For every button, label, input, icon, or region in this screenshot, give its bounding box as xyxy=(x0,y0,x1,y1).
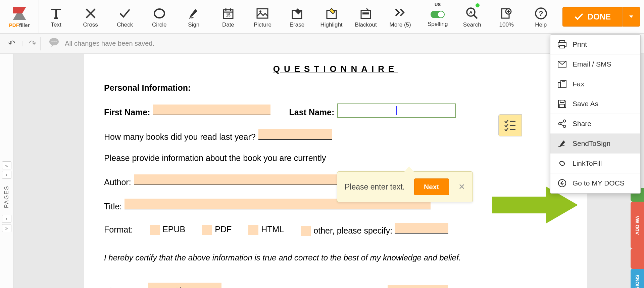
svg-point-17 xyxy=(54,41,55,42)
checkbox-html[interactable] xyxy=(248,225,258,235)
done-button[interactable]: DONE xyxy=(562,7,623,27)
rail-up-double[interactable]: « xyxy=(2,161,11,169)
last-name-field[interactable] xyxy=(337,104,456,118)
svg-text:A: A xyxy=(469,10,473,15)
books-field[interactable] xyxy=(258,129,332,140)
rail-down[interactable]: › xyxy=(2,215,11,223)
document-canvas[interactable]: QUESTIONNAIRE Personal Information: Firs… xyxy=(13,54,644,288)
cross-tool[interactable]: Cross xyxy=(73,0,108,33)
doc-title: QUESTIONNAIRE xyxy=(104,64,567,74)
checkbox-other[interactable] xyxy=(301,226,311,236)
app-logo[interactable]: PDFfiller xyxy=(0,0,39,33)
signature-field[interactable]: Signature xyxy=(148,283,222,288)
checklist-icon xyxy=(503,119,517,132)
save-icon xyxy=(557,99,567,108)
calendar-icon: 15 xyxy=(222,5,235,22)
email-icon xyxy=(557,60,567,69)
format-label: Format: xyxy=(104,225,133,235)
tab-versions[interactable]: RSIONS xyxy=(631,269,644,288)
search-tool[interactable]: A Search xyxy=(455,0,490,33)
date-tool[interactable]: 15 Date xyxy=(211,0,246,33)
fax-icon xyxy=(557,80,567,88)
erase-tool[interactable]: Erase xyxy=(280,0,314,33)
link-icon xyxy=(557,159,567,168)
checkbox-epub[interactable] xyxy=(150,225,160,235)
done-dropdown-menu: Print Email / SMS Fax Save As Share Send… xyxy=(550,34,641,194)
circle-tool[interactable]: Circle xyxy=(142,0,177,33)
zoom-tool[interactable]: 100% xyxy=(489,0,524,33)
date-label: Date: xyxy=(364,286,385,288)
done-dropdown-toggle[interactable] xyxy=(623,7,640,27)
dd-saveas[interactable]: Save As xyxy=(550,94,640,114)
pdffiller-logo-icon xyxy=(9,5,30,22)
svg-rect-28 xyxy=(560,104,564,108)
checkbox-pdf[interactable] xyxy=(202,225,212,235)
more-icon xyxy=(394,5,406,22)
sendtosign-icon xyxy=(557,139,567,148)
svg-rect-25 xyxy=(558,82,560,88)
tooltip-close-button[interactable]: ✕ xyxy=(458,182,465,192)
title-label: Title: xyxy=(104,202,122,211)
svg-point-31 xyxy=(563,125,566,128)
tooltip-text: Please enter text. xyxy=(345,182,405,192)
svg-rect-8 xyxy=(362,12,369,14)
spelling-tool[interactable]: US Spelling xyxy=(420,0,455,33)
picture-tool[interactable]: Picture xyxy=(246,0,280,33)
print-icon xyxy=(557,40,567,49)
comment-icon[interactable] xyxy=(49,37,59,50)
help-tool[interactable]: ? Help xyxy=(524,0,558,33)
zoom-icon xyxy=(500,5,513,22)
search-icon: A xyxy=(465,5,479,22)
pages-label: PAGES xyxy=(3,186,10,208)
undo-button[interactable]: ↶ xyxy=(8,38,15,49)
help-icon: ? xyxy=(534,5,548,22)
book-info-label: Please provide information about the boo… xyxy=(104,153,567,163)
tooltip-next-button[interactable]: Next xyxy=(414,178,449,195)
svg-text:15: 15 xyxy=(226,13,231,17)
section-header: Personal Information: xyxy=(104,83,567,93)
tab-watermark[interactable]: ADD WA xyxy=(631,202,644,249)
notification-dot xyxy=(476,3,480,7)
first-name-label: First Name: xyxy=(104,108,150,117)
rail-up[interactable]: ‹ xyxy=(2,171,11,179)
svg-point-4 xyxy=(259,10,261,12)
dd-gotodocs[interactable]: Go to MY DOCS xyxy=(550,173,640,193)
text-icon xyxy=(49,5,63,22)
date-field[interactable]: 17 xyxy=(388,285,448,288)
share-icon xyxy=(557,119,567,128)
main-toolbar: PDFfiller Text Cross Check Circle Sign 1… xyxy=(0,0,644,34)
rail-down-double[interactable]: » xyxy=(2,224,11,232)
first-name-field[interactable] xyxy=(153,105,270,115)
sign-icon xyxy=(187,5,200,22)
right-side-tabs: ADD WA RSIONS xyxy=(631,188,644,288)
spelling-toggle[interactable] xyxy=(431,11,445,18)
svg-point-0 xyxy=(154,9,164,18)
other-field[interactable] xyxy=(395,223,448,234)
dd-sendtosign[interactable]: SendToSign xyxy=(550,134,640,154)
dd-linktofill[interactable]: LinkToFill xyxy=(550,154,640,173)
done-button-group: DONE xyxy=(562,7,640,27)
blackout-tool[interactable]: Blackout xyxy=(349,0,383,33)
dd-share[interactable]: Share xyxy=(550,114,640,134)
redo-button[interactable]: ↷ xyxy=(29,38,36,49)
svg-rect-3 xyxy=(257,9,268,18)
highlight-tool[interactable]: Highlight xyxy=(314,0,349,33)
author-label: Author: xyxy=(104,177,131,187)
check-tool[interactable]: Check xyxy=(108,0,142,33)
sign-tool[interactable]: Sign xyxy=(177,0,211,33)
dd-fax[interactable]: Fax xyxy=(550,74,640,94)
dd-print[interactable]: Print xyxy=(550,35,640,54)
more-tools[interactable]: More (5) xyxy=(383,0,418,33)
sticky-note-tag[interactable] xyxy=(498,114,522,136)
circle-icon xyxy=(153,5,166,22)
svg-point-16 xyxy=(52,41,53,42)
highlight-icon xyxy=(325,5,338,22)
pen-icon xyxy=(162,287,170,288)
tab-red2[interactable] xyxy=(631,249,644,269)
document-page: QUESTIONNAIRE Personal Information: Firs… xyxy=(84,54,587,288)
dd-email[interactable]: Email / SMS xyxy=(550,54,640,74)
signature-label: Signature: xyxy=(104,286,146,288)
picture-icon xyxy=(256,5,269,22)
svg-point-29 xyxy=(563,120,566,122)
text-tool[interactable]: Text xyxy=(39,0,73,33)
